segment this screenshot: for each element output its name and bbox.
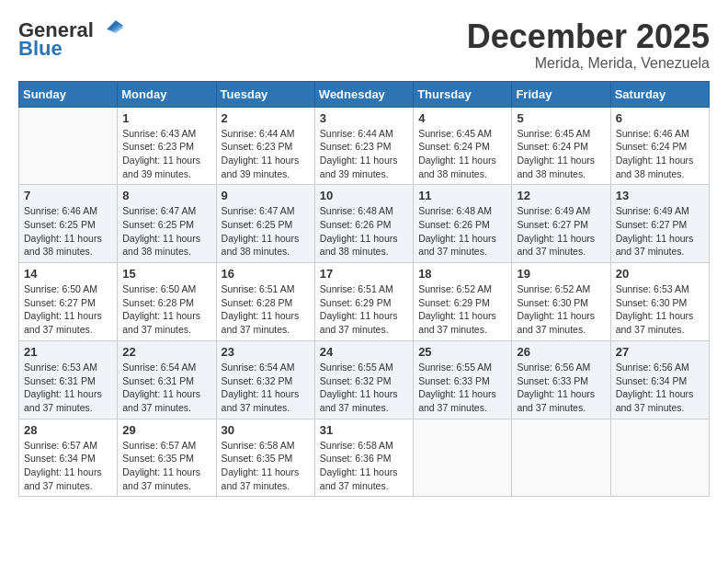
cell-info: Sunrise: 6:52 AMSunset: 6:29 PMDaylight:… [418, 282, 506, 337]
cell-info: Sunrise: 6:58 AMSunset: 6:36 PMDaylight:… [320, 439, 408, 493]
day-number: 30 [222, 423, 310, 437]
cell-info: Sunrise: 6:46 AMSunset: 6:24 PMDaylight:… [616, 127, 704, 181]
cell-info: Sunrise: 6:51 AMSunset: 6:29 PMDaylight:… [320, 282, 408, 337]
calendar-col-saturday: Saturday [610, 81, 709, 107]
calendar-week-row: 28Sunrise: 6:57 AMSunset: 6:34 PMDayligh… [19, 419, 710, 497]
cell-info: Sunrise: 6:47 AMSunset: 6:25 PMDaylight:… [122, 204, 210, 259]
cell-info: Sunrise: 6:57 AMSunset: 6:34 PMDaylight:… [24, 439, 112, 493]
day-number: 26 [517, 345, 605, 359]
calendar-cell: 16Sunrise: 6:51 AMSunset: 6:28 PMDayligh… [216, 263, 314, 341]
calendar-cell: 30Sunrise: 6:58 AMSunset: 6:35 PMDayligh… [216, 419, 314, 497]
calendar-cell: 28Sunrise: 6:57 AMSunset: 6:34 PMDayligh… [19, 419, 118, 497]
cell-info: Sunrise: 6:47 AMSunset: 6:25 PMDaylight:… [222, 204, 310, 259]
calendar-cell: 25Sunrise: 6:55 AMSunset: 6:33 PMDayligh… [414, 340, 512, 419]
cell-info: Sunrise: 6:43 AMSunset: 6:23 PMDaylight:… [122, 127, 210, 181]
calendar-cell: 4Sunrise: 6:45 AMSunset: 6:24 PMDaylight… [414, 107, 512, 185]
calendar-cell: 13Sunrise: 6:49 AMSunset: 6:27 PMDayligh… [610, 185, 709, 263]
day-number: 8 [122, 189, 210, 202]
calendar-col-sunday: Sunday [19, 81, 118, 107]
cell-info: Sunrise: 6:54 AMSunset: 6:32 PMDaylight:… [222, 361, 310, 415]
calendar-cell: 9Sunrise: 6:47 AMSunset: 6:25 PMDaylight… [216, 185, 314, 263]
cell-info: Sunrise: 6:51 AMSunset: 6:28 PMDaylight:… [222, 282, 310, 337]
calendar-cell: 20Sunrise: 6:53 AMSunset: 6:30 PMDayligh… [610, 263, 709, 341]
calendar-cell: 29Sunrise: 6:57 AMSunset: 6:35 PMDayligh… [118, 419, 216, 497]
cell-info: Sunrise: 6:48 AMSunset: 6:26 PMDaylight:… [418, 204, 506, 259]
logo-bird-icon [97, 18, 123, 39]
calendar-col-wednesday: Wednesday [314, 81, 413, 107]
calendar-cell: 12Sunrise: 6:49 AMSunset: 6:27 PMDayligh… [512, 185, 610, 263]
calendar-cell: 2Sunrise: 6:44 AMSunset: 6:23 PMDaylight… [216, 107, 314, 185]
calendar-cell: 21Sunrise: 6:53 AMSunset: 6:31 PMDayligh… [19, 340, 118, 419]
cell-info: Sunrise: 6:57 AMSunset: 6:35 PMDaylight:… [122, 439, 210, 493]
calendar-cell: 6Sunrise: 6:46 AMSunset: 6:24 PMDaylight… [610, 107, 709, 185]
calendar-cell: 17Sunrise: 6:51 AMSunset: 6:29 PMDayligh… [314, 263, 413, 341]
cell-info: Sunrise: 6:55 AMSunset: 6:33 PMDaylight:… [418, 361, 506, 415]
day-number: 10 [320, 189, 408, 202]
day-number: 14 [24, 267, 112, 281]
logo-blue: Blue [18, 37, 63, 61]
calendar-cell: 10Sunrise: 6:48 AMSunset: 6:26 PMDayligh… [314, 185, 413, 263]
calendar-cell: 7Sunrise: 6:46 AMSunset: 6:25 PMDaylight… [19, 185, 118, 263]
calendar-week-row: 14Sunrise: 6:50 AMSunset: 6:27 PMDayligh… [19, 263, 710, 341]
day-number: 7 [24, 189, 112, 202]
day-number: 28 [24, 423, 112, 437]
calendar-col-monday: Monday [118, 81, 216, 107]
cell-info: Sunrise: 6:49 AMSunset: 6:27 PMDaylight:… [517, 204, 605, 259]
day-number: 6 [616, 111, 704, 125]
calendar-table: SundayMondayTuesdayWednesdayThursdayFrid… [18, 81, 710, 498]
day-number: 25 [418, 345, 506, 359]
cell-info: Sunrise: 6:56 AMSunset: 6:33 PMDaylight:… [517, 361, 605, 415]
cell-info: Sunrise: 6:53 AMSunset: 6:30 PMDaylight:… [616, 282, 704, 337]
day-number: 22 [122, 345, 210, 359]
day-number: 16 [222, 267, 310, 281]
calendar-cell: 27Sunrise: 6:56 AMSunset: 6:34 PMDayligh… [610, 340, 709, 419]
calendar-cell: 24Sunrise: 6:55 AMSunset: 6:32 PMDayligh… [314, 340, 413, 419]
day-number: 12 [517, 189, 605, 202]
calendar-cell: 31Sunrise: 6:58 AMSunset: 6:36 PMDayligh… [314, 419, 413, 497]
day-number: 1 [122, 111, 210, 125]
day-number: 4 [418, 111, 506, 125]
day-number: 19 [517, 267, 605, 281]
month-title: December 2025 [467, 18, 710, 55]
calendar-cell: 5Sunrise: 6:45 AMSunset: 6:24 PMDaylight… [512, 107, 610, 185]
calendar-week-row: 7Sunrise: 6:46 AMSunset: 6:25 PMDaylight… [19, 185, 710, 263]
calendar-cell [610, 419, 709, 497]
calendar-cell: 15Sunrise: 6:50 AMSunset: 6:28 PMDayligh… [118, 263, 216, 341]
calendar-col-tuesday: Tuesday [216, 81, 314, 107]
calendar-cell: 3Sunrise: 6:44 AMSunset: 6:23 PMDaylight… [314, 107, 413, 185]
calendar-cell: 19Sunrise: 6:52 AMSunset: 6:30 PMDayligh… [512, 263, 610, 341]
day-number: 31 [320, 423, 408, 437]
calendar-cell: 22Sunrise: 6:54 AMSunset: 6:31 PMDayligh… [118, 340, 216, 419]
day-number: 24 [320, 345, 408, 359]
cell-info: Sunrise: 6:45 AMSunset: 6:24 PMDaylight:… [418, 127, 506, 181]
page-header: General Blue December 2025 Merida, Merid… [18, 18, 710, 72]
calendar-cell [19, 107, 118, 185]
day-number: 20 [616, 267, 704, 281]
cell-info: Sunrise: 6:58 AMSunset: 6:35 PMDaylight:… [222, 439, 310, 493]
calendar-col-friday: Friday [512, 81, 610, 107]
day-number: 2 [222, 111, 310, 125]
day-number: 13 [616, 189, 704, 202]
cell-info: Sunrise: 6:46 AMSunset: 6:25 PMDaylight:… [24, 204, 112, 259]
day-number: 15 [122, 267, 210, 281]
day-number: 23 [222, 345, 310, 359]
calendar-cell: 23Sunrise: 6:54 AMSunset: 6:32 PMDayligh… [216, 340, 314, 419]
cell-info: Sunrise: 6:44 AMSunset: 6:23 PMDaylight:… [222, 127, 310, 181]
day-number: 9 [222, 189, 310, 202]
cell-info: Sunrise: 6:54 AMSunset: 6:31 PMDaylight:… [122, 361, 210, 415]
day-number: 29 [122, 423, 210, 437]
cell-info: Sunrise: 6:53 AMSunset: 6:31 PMDaylight:… [24, 361, 112, 415]
logo: General Blue [18, 18, 123, 61]
calendar-week-row: 1Sunrise: 6:43 AMSunset: 6:23 PMDaylight… [19, 107, 710, 185]
calendar-cell: 18Sunrise: 6:52 AMSunset: 6:29 PMDayligh… [414, 263, 512, 341]
day-number: 18 [418, 267, 506, 281]
cell-info: Sunrise: 6:49 AMSunset: 6:27 PMDaylight:… [616, 204, 704, 259]
day-number: 21 [24, 345, 112, 359]
calendar-cell [414, 419, 512, 497]
day-number: 27 [616, 345, 704, 359]
day-number: 17 [320, 267, 408, 281]
calendar-cell: 26Sunrise: 6:56 AMSunset: 6:33 PMDayligh… [512, 340, 610, 419]
calendar-col-thursday: Thursday [414, 81, 512, 107]
cell-info: Sunrise: 6:50 AMSunset: 6:27 PMDaylight:… [24, 282, 112, 337]
calendar-cell: 14Sunrise: 6:50 AMSunset: 6:27 PMDayligh… [19, 263, 118, 341]
